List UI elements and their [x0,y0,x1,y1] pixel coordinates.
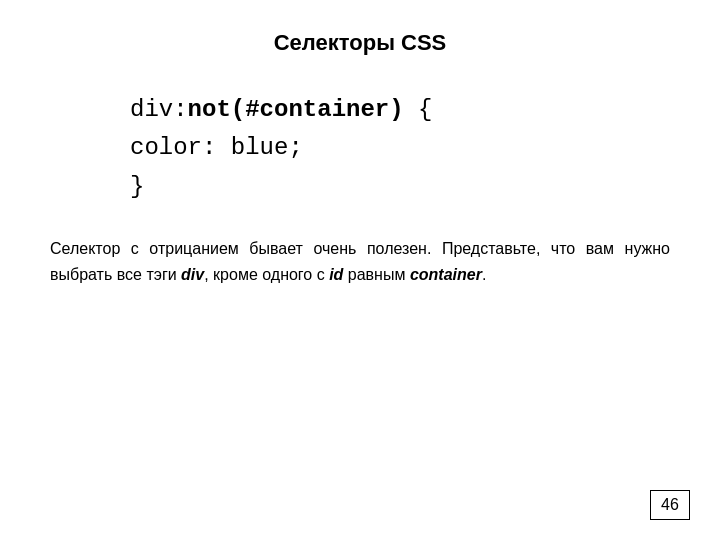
code-not: not(#container) [188,96,404,123]
description-italic2: container [410,266,482,283]
code-color: color: blue; [130,134,303,161]
description-part2: , кроме одного с [204,266,329,283]
description-part4: . [482,266,486,283]
page-number: 46 [650,490,690,520]
code-line-3: } [130,168,670,206]
code-line-1: div:not(#container) { [130,91,670,129]
slide: Селекторы CSS div:not(#container) { colo… [0,0,720,540]
slide-title: Селекторы CSS [50,30,670,56]
description: Селектор с отрицанием бывает очень полез… [50,236,670,287]
code-block: div:not(#container) { color: blue; } [50,91,670,206]
code-brace-close: } [130,173,144,200]
description-part3: равным [343,266,410,283]
code-div: div: [130,96,188,123]
description-bold1: div [181,266,204,283]
description-italic1: id [329,266,343,283]
code-brace-open: { [404,96,433,123]
code-line-2: color: blue; [130,129,670,167]
